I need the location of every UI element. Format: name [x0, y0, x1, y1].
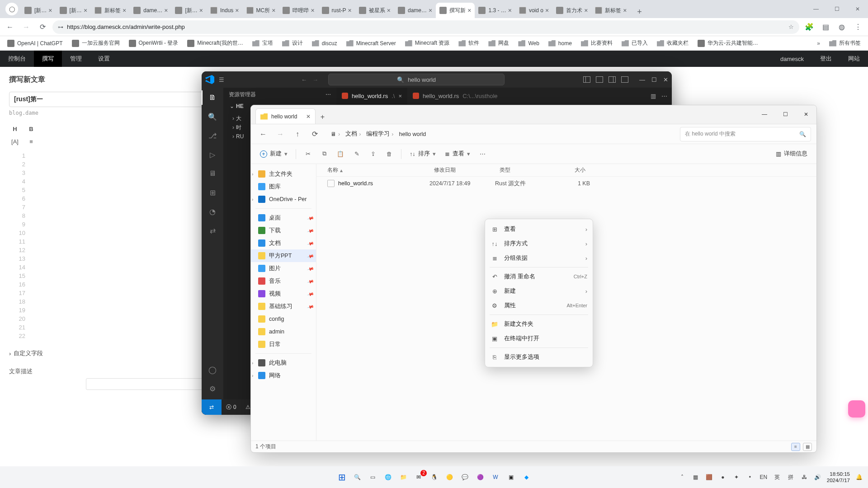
bookmarks-overflow-button[interactable]: » [813, 38, 824, 48]
tab-close-icon[interactable]: × [311, 7, 314, 14]
avatar-button[interactable]: ◍ [835, 21, 848, 33]
nav-forward-button[interactable]: → [312, 76, 318, 83]
bookmark-item[interactable]: Minecraft Server [343, 38, 400, 48]
bookmark-item[interactable]: 收藏夹栏 [653, 38, 692, 49]
vs-minimize-button[interactable]: — [639, 76, 645, 83]
tray-icon-5[interactable]: • [745, 473, 755, 482]
bookmark-item[interactable]: 一加云服务官网 [68, 38, 123, 49]
rename-button[interactable]: ✎ [349, 148, 364, 160]
ime-mode-1[interactable]: 英 [773, 473, 782, 482]
align-button[interactable]: ≡ [25, 136, 37, 147]
delete-button[interactable]: 🗑 [382, 148, 396, 160]
breadcrumb[interactable]: 🖥 › 文档 › 编程学习 › hello world [325, 127, 676, 141]
fw-up-button[interactable]: ↑ [291, 127, 304, 141]
search-activity-icon[interactable]: 🔍 [207, 111, 218, 122]
admin-nav-item[interactable]: 管理 [62, 51, 90, 67]
notifications-button[interactable]: 🔔 [854, 473, 863, 482]
tab-close-icon[interactable]: × [387, 7, 391, 14]
forward-button[interactable]: → [20, 21, 33, 33]
toggle-sidebar-right-icon[interactable] [609, 76, 616, 83]
admin-site-link[interactable]: 网站 [840, 51, 868, 67]
error-count[interactable]: ⓧ 0 [222, 404, 241, 411]
browser-tab[interactable]: Indus× [207, 3, 243, 18]
mail-taskbar-icon[interactable]: ✉2 [412, 471, 425, 483]
word-taskbar-icon[interactable]: W [489, 471, 502, 483]
bookmark-item[interactable]: Minecraft 资源 [401, 38, 453, 49]
tab-close-icon[interactable]: × [48, 7, 52, 14]
qq-taskbar-icon[interactable]: 🐧 [428, 471, 440, 483]
browser-tab[interactable]: dame…× [394, 3, 436, 18]
run-activity-icon[interactable]: ▷ [207, 149, 218, 160]
remote-activity-icon[interactable]: 🖥 [207, 168, 218, 179]
sort-menu-button[interactable]: ↑↓ 排序 ▾ [406, 147, 439, 160]
admin-nav-item[interactable]: 撰写 [34, 51, 62, 67]
admin-nav-item[interactable]: 设置 [90, 51, 118, 67]
toggle-panel-icon[interactable] [596, 76, 603, 83]
tab-close-icon[interactable]: × [467, 7, 471, 14]
tiles-view-button[interactable]: ▦ [803, 443, 812, 451]
context-menu-item[interactable]: ≣分组依据› [485, 251, 593, 265]
assistant-bubble-icon[interactable] [848, 400, 865, 418]
browser-tab[interactable]: 被星系× [355, 3, 394, 18]
nav-item[interactable]: ›OneDrive - Per [251, 193, 316, 206]
explorer-activity-icon[interactable]: 🗎 [207, 92, 218, 103]
breadcrumb-root-icon[interactable]: 🖥 › [328, 131, 343, 137]
post-title-input[interactable]: [rust]第一 [9, 92, 217, 107]
context-menu-item[interactable]: ↶撤消 重命名Ctrl+Z [485, 269, 593, 284]
paste-button[interactable]: 📋 [333, 148, 348, 160]
app-taskbar-icon-1[interactable]: 🟡 [443, 471, 456, 483]
profile-button[interactable]: ◯ [5, 3, 18, 15]
address-bar[interactable]: ⊶ https://blog.damesck.cn/admin/write-po… [52, 20, 799, 34]
browser-tab[interactable]: 1.3 - …× [475, 3, 515, 18]
close-button[interactable]: ✕ [847, 0, 868, 18]
explorer-search-input[interactable]: 在 hello world 中搜索 🔍 [680, 127, 811, 141]
browser-tab[interactable]: 新标签× [91, 3, 130, 18]
tab-close-icon[interactable]: × [584, 7, 588, 14]
tab-close-icon[interactable]: × [123, 7, 126, 14]
column-headers[interactable]: 名称 ▴ 修改日期 类型 大小 [316, 164, 816, 177]
nav-item[interactable]: 图库 [251, 180, 316, 193]
details-pane-button[interactable]: ▥ 详细信息 [772, 147, 811, 160]
bookmark-item[interactable]: OpenAI | ChatGPT [4, 38, 66, 49]
bookmark-item[interactable]: Web [514, 38, 542, 48]
fw-refresh-button[interactable]: ⟳ [308, 127, 321, 141]
nav-item[interactable]: admin [251, 325, 316, 338]
copy-button[interactable]: ⧉ [317, 148, 331, 160]
context-menu-item[interactable]: ▣在终端中打开 [485, 331, 593, 346]
nav-item[interactable]: config [251, 313, 316, 325]
edge-tools-icon[interactable]: ◔ [207, 206, 218, 217]
bookmark-item[interactable]: 华为云-云共建智能… [694, 38, 762, 49]
menu-button[interactable]: ☰ [219, 76, 224, 83]
side-panel-button[interactable]: ▤ [819, 21, 832, 33]
tray-icon-4[interactable]: ✦ [732, 473, 741, 482]
tab-close-icon[interactable]: × [84, 7, 87, 14]
bookmark-item[interactable]: 设计 [278, 38, 307, 49]
bookmark-item[interactable]: 宝塔 [249, 38, 277, 49]
browser-tab[interactable]: 新标签× [591, 3, 630, 18]
bookmark-item[interactable]: 软件 [455, 38, 483, 49]
tab-close-icon[interactable]: × [545, 7, 549, 14]
fw-back-button[interactable]: ← [256, 127, 270, 141]
browser-tab[interactable]: MC所× [243, 3, 279, 18]
editor-tab[interactable]: hello_world.rsC:\...\rusthole [407, 88, 503, 104]
editor-tab[interactable]: hello_world.rs.\× [336, 88, 407, 104]
taskbar-clock[interactable]: 18:50:15 2024/7/17 [827, 471, 850, 483]
split-editor-icon[interactable]: ▥ [651, 93, 656, 99]
context-menu-item[interactable]: ⊞查看› [485, 222, 593, 236]
reload-button[interactable]: ⟳ [36, 21, 49, 33]
nav-item[interactable]: ›主文件夹 [251, 168, 316, 180]
browser-tab[interactable]: 首力术× [552, 3, 591, 18]
remote-indicator[interactable]: ⇄ [202, 399, 222, 415]
command-center[interactable]: 🔍 hello world [328, 74, 505, 85]
share-button[interactable]: ⇪ [366, 148, 380, 160]
vscode-titlebar[interactable]: ☰ ← → 🔍 hello world — ☐ ✕ [202, 71, 672, 88]
tab-close-icon[interactable]: × [272, 7, 275, 14]
tab-close-icon[interactable]: ✕ [306, 113, 311, 120]
vs-close-button[interactable]: ✕ [663, 76, 668, 83]
fw-minimize-button[interactable]: — [754, 105, 775, 124]
volume-icon[interactable]: 🔊 [813, 473, 822, 482]
bookmark-item[interactable]: 已导入 [618, 38, 651, 49]
sidebar-more-icon[interactable]: ⋯ [326, 91, 331, 98]
minimize-button[interactable]: — [806, 0, 826, 18]
new-menu-button[interactable]: +新建 ▾ [256, 147, 291, 160]
